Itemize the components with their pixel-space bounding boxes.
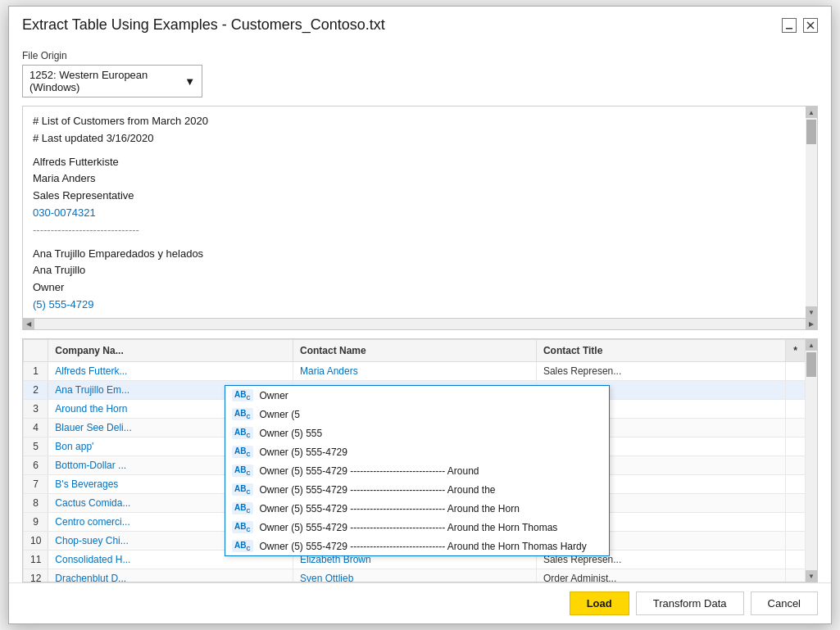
contact-title: Order Administ...: [536, 569, 785, 582]
scroll-right-button[interactable]: ▶: [806, 319, 817, 330]
suggestion-text: Owner (5) 555: [260, 428, 323, 439]
row-number: 10: [24, 532, 48, 551]
row-number: 9: [24, 513, 48, 532]
preview-line: [33, 147, 796, 154]
svg-rect-0: [786, 28, 792, 29]
star-cell: [786, 362, 806, 381]
preview-line: ------------------------------: [33, 222, 796, 239]
col-company: Company Na...: [48, 340, 293, 362]
suggestion-text: Owner (5) 555-4729: [260, 446, 347, 458]
col-contact-name: Contact Name: [293, 340, 537, 362]
file-origin-value: 1252: Western European (Windows): [30, 69, 178, 93]
preview-line: ------------------------------: [33, 314, 796, 318]
row-number: 4: [24, 419, 48, 437]
suggestion-text: Owner (5) 555-4729 ---------------------…: [260, 465, 479, 477]
preview-panel: # List of Customers from March 2020 # La…: [22, 106, 818, 319]
preview-line: # List of Customers from March 2020: [33, 113, 796, 130]
contact-name: Sven Ottlieb: [293, 569, 537, 582]
suggestion-item[interactable]: ABC Owner (5: [225, 405, 609, 424]
preview-line: Maria Anders: [33, 170, 796, 188]
table-row: 12 Drachenblut D... Sven Ottlieb Order A…: [24, 569, 806, 582]
suggestion-item[interactable]: ABC Owner (5) 555-4729 -----------------…: [225, 537, 609, 555]
star-cell: [786, 437, 806, 456]
suggestion-type-icon: ABC: [232, 540, 253, 552]
suggestion-text: Owner (5) 555-4729 ---------------------…: [260, 503, 520, 514]
suggestion-item[interactable]: ABC Owner (5) 555-4729 -----------------…: [225, 518, 609, 537]
suggestion-item[interactable]: ABC Owner (5) 555-4729 -----------------…: [225, 461, 609, 480]
star-cell: [786, 456, 806, 475]
transform-data-button[interactable]: Transform Data: [636, 591, 744, 615]
dialog: Extract Table Using Examples - Customers…: [8, 6, 832, 624]
row-number: 5: [24, 437, 48, 456]
preview-content[interactable]: # List of Customers from March 2020 # La…: [23, 107, 806, 318]
col-contact-title: Contact Title: [536, 340, 785, 362]
suggestion-type-icon: ABC: [232, 521, 253, 533]
suggestion-type-icon: ABC: [232, 483, 253, 496]
scroll-left-button[interactable]: ◀: [23, 319, 34, 330]
table-row: 1 Alfreds Futterk... Maria Anders Sales …: [24, 362, 806, 381]
preview-scrollbar-vertical[interactable]: ▲ ▼: [806, 107, 817, 318]
title-controls: [782, 18, 818, 33]
close-button[interactable]: [803, 18, 818, 33]
table-scroll-up-button[interactable]: ▲: [806, 339, 817, 351]
suggestion-item[interactable]: ABC Owner (5) 555: [225, 424, 609, 442]
suggestions-dropdown: ABC Owner ABC Owner (5 ABC Owner (5) 555…: [225, 385, 610, 556]
cancel-button[interactable]: Cancel: [751, 591, 818, 615]
row-number: 6: [24, 456, 48, 475]
suggestion-type-icon: ABC: [232, 389, 253, 401]
preview-line: # Last updated 3/16/2020: [33, 130, 796, 147]
star-cell: [786, 551, 806, 569]
title-bar: Extract Table Using Examples - Customers…: [9, 7, 831, 40]
star-cell: [786, 419, 806, 437]
star-cell: [786, 569, 806, 582]
preview-line: (5) 555-4729: [33, 297, 796, 314]
row-number: 2: [24, 381, 48, 400]
suggestion-type-icon: ABC: [232, 446, 253, 458]
table-scroll-down-button[interactable]: ▼: [806, 570, 817, 582]
suggestion-item[interactable]: ABC Owner (5) 555-4729 -----------------…: [225, 499, 609, 518]
suggestion-item[interactable]: ABC Owner (5) 555-4729 -----------------…: [225, 480, 609, 499]
file-origin-label: File Origin: [22, 50, 818, 61]
scroll-up-button[interactable]: ▲: [806, 107, 817, 118]
row-number: 8: [24, 494, 48, 513]
preview-line: Ana Trujillo Emparedados y helados: [33, 246, 796, 263]
row-number: 1: [24, 362, 48, 381]
suggestion-type-icon: ABC: [232, 408, 253, 420]
suggestion-type-icon: ABC: [232, 465, 253, 477]
row-number: 7: [24, 475, 48, 494]
table-scrollbar-vertical[interactable]: ▲ ▼: [806, 339, 817, 582]
contact-title: Sales Represen...: [536, 362, 785, 381]
company-name: Drachenblut D...: [48, 569, 293, 582]
load-button[interactable]: Load: [570, 591, 629, 615]
col-add[interactable]: *: [786, 340, 806, 362]
suggestion-type-icon: ABC: [232, 502, 253, 514]
suggestion-text: Owner (5: [260, 409, 300, 420]
preview-line: 030-0074321: [33, 205, 796, 222]
row-number: 12: [24, 569, 48, 582]
suggestion-item[interactable]: ABC Owner (5) 555-4729: [225, 442, 609, 461]
preview-line: Alfreds Futterkiste: [33, 154, 796, 171]
preview-scrollbar-horizontal[interactable]: ◀ ▶: [22, 319, 818, 330]
star-cell: [786, 494, 806, 513]
table-scroll-thumb[interactable]: [806, 352, 816, 377]
row-number: 3: [24, 400, 48, 419]
preview-line: Owner: [33, 279, 796, 297]
dropdown-arrow-icon: ▼: [184, 75, 195, 88]
star-cell: [786, 475, 806, 494]
preview-line: Ana Trujillo: [33, 262, 796, 279]
table-header-row: Company Na... Contact Name Contact Title…: [24, 340, 806, 362]
suggestion-item[interactable]: ABC Owner: [225, 386, 609, 405]
star-cell: [786, 400, 806, 419]
minimize-button[interactable]: [782, 18, 797, 33]
suggestion-text: Owner (5) 555-4729 ---------------------…: [260, 484, 496, 496]
star-cell: [786, 381, 806, 400]
company-name: Alfreds Futterk...: [48, 362, 293, 381]
file-origin-dropdown[interactable]: 1252: Western European (Windows) ▼: [22, 65, 202, 97]
bottom-bar: Load Transform Data Cancel: [9, 582, 831, 623]
scroll-thumb[interactable]: [806, 120, 816, 144]
star-cell: [786, 532, 806, 551]
contact-name: Maria Anders: [293, 362, 537, 381]
row-number: 11: [24, 551, 48, 569]
scroll-down-button[interactable]: ▼: [806, 306, 817, 318]
dialog-title: Extract Table Using Examples - Customers…: [22, 16, 385, 34]
